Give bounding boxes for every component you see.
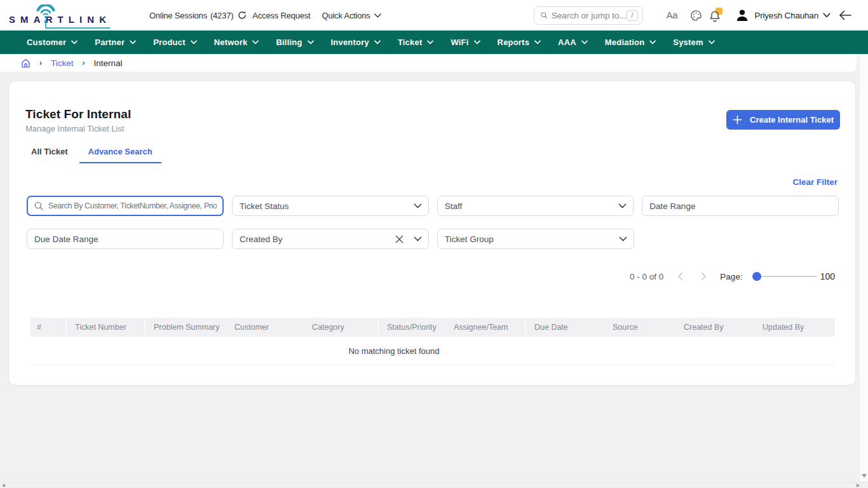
- empty-message: No matching ticket found: [31, 346, 757, 356]
- breadcrumb-separator: ›: [83, 58, 85, 67]
- chevron-down-icon: [474, 40, 480, 44]
- column-header-status-priority[interactable]: Status/Priority: [381, 318, 447, 337]
- theme-palette-icon[interactable]: [690, 10, 702, 22]
- chevron-down-icon: [581, 40, 588, 44]
- created-by-select[interactable]: Created By: [232, 229, 429, 249]
- ticket-status-label: Ticket Status: [240, 201, 410, 211]
- column-header-source[interactable]: Source: [606, 318, 677, 337]
- clear-x-icon[interactable]: [395, 235, 403, 243]
- breadcrumb: › Ticket › Internal: [0, 54, 857, 72]
- chevron-down-icon: [709, 40, 715, 44]
- global-search-placeholder: Search or jump to...: [552, 11, 627, 20]
- horizontal-scrollbar[interactable]: [0, 482, 868, 488]
- font-size-toggle[interactable]: Aa: [667, 10, 678, 20]
- nav-item-label: WiFi: [451, 37, 468, 47]
- breadcrumb-current: Internal: [94, 58, 123, 68]
- global-search-input[interactable]: Search or jump to... /: [534, 6, 643, 25]
- back-arrow-icon[interactable]: [839, 10, 851, 20]
- next-page-button[interactable]: [701, 272, 707, 281]
- nav-item-label: Billing: [276, 37, 302, 47]
- tab-advance-search[interactable]: Advance Search: [79, 147, 161, 163]
- due-date-range-input[interactable]: Due Date Range: [27, 229, 224, 249]
- search-icon: [34, 201, 43, 210]
- nav-item-customer[interactable]: Customer: [27, 37, 78, 47]
- nav-item-inventory[interactable]: Inventory: [331, 37, 381, 47]
- online-sessions[interactable]: Online Sessions (4237): [149, 11, 247, 20]
- pagination: 0 - 0 of 0 Page: 100: [630, 270, 835, 283]
- page-size-slider[interactable]: [752, 272, 817, 281]
- nav-item-label: Ticket: [398, 37, 423, 47]
- bell-icon: [709, 10, 721, 22]
- clear-filter-link[interactable]: Clear Filter: [792, 177, 837, 187]
- breadcrumb-ticket-link[interactable]: Ticket: [51, 58, 74, 68]
- chevron-down-icon: [130, 40, 136, 44]
- filter-panel: Search By Customer, TicketNumber, Assign…: [27, 196, 839, 262]
- column-header-category[interactable]: Category: [306, 318, 381, 337]
- notifications-bell[interactable]: [709, 8, 722, 22]
- staff-select[interactable]: Staff: [437, 196, 634, 216]
- chevron-down-icon: [534, 40, 541, 44]
- tab-bar: All TicketAdvance Search: [22, 147, 836, 163]
- column-header-created-by[interactable]: Created By: [677, 318, 756, 337]
- app-viewport: SMARTLINK Online Sessions (4237) Access …: [0, 0, 868, 488]
- quick-actions-label: Quick Actions: [322, 11, 370, 20]
- column-header-updated-by[interactable]: Updated By: [756, 318, 835, 337]
- create-internal-ticket-button[interactable]: Create Internal Ticket: [726, 110, 840, 130]
- nav-item-product[interactable]: Product: [153, 37, 197, 47]
- column-header-assignee-team[interactable]: Assignee/Team: [447, 318, 528, 337]
- scroll-left-arrow[interactable]: [2, 484, 5, 487]
- ticket-group-label: Ticket Group: [445, 234, 615, 244]
- nav-item-ticket[interactable]: Ticket: [398, 37, 434, 47]
- nav-item-label: Network: [214, 37, 248, 47]
- header-menu: Online Sessions (4237) Access Request Qu…: [149, 0, 381, 30]
- chevron-down-icon: [252, 40, 259, 44]
- table-header-row: #Ticket NumberProblem SummaryCustomerCat…: [31, 318, 835, 337]
- nav-item-mediation[interactable]: Mediation: [605, 37, 656, 47]
- nav-item-label: Product: [153, 37, 186, 47]
- nav-item-partner[interactable]: Partner: [95, 37, 136, 47]
- tab-all-ticket[interactable]: All Ticket: [22, 147, 77, 163]
- nav-item-system[interactable]: System: [673, 37, 714, 47]
- chevron-down-icon: [374, 40, 381, 44]
- chevron-down-icon: [427, 40, 433, 44]
- nav-item-reports[interactable]: Reports: [498, 37, 541, 47]
- quick-actions[interactable]: Quick Actions: [322, 11, 381, 20]
- chevron-down-icon: [191, 40, 197, 44]
- breadcrumb-separator: ›: [39, 58, 42, 67]
- prev-page-button[interactable]: [677, 272, 683, 281]
- nav-item-wifi[interactable]: WiFi: [451, 37, 480, 47]
- plus-icon: [733, 115, 742, 125]
- top-header: SMARTLINK Online Sessions (4237) Access …: [0, 0, 868, 30]
- home-icon[interactable]: [21, 58, 31, 68]
- column-header-customer[interactable]: Customer: [228, 318, 306, 337]
- access-request[interactable]: Access Request: [252, 11, 310, 20]
- due-date-range-label: Due Date Range: [34, 234, 217, 244]
- scroll-right-arrow[interactable]: [857, 484, 860, 487]
- page-subtitle: Manage Internal Ticket List: [25, 124, 124, 133]
- ticket-status-select[interactable]: Ticket Status: [232, 196, 429, 216]
- chevron-down-icon: [823, 13, 831, 18]
- column-header-ticket-number[interactable]: Ticket Number: [69, 318, 147, 337]
- refresh-icon[interactable]: [238, 11, 247, 20]
- smartlink-logo[interactable]: SMARTLINK: [9, 4, 112, 28]
- nav-item-aaa[interactable]: AAA: [558, 37, 588, 47]
- filter-search-input[interactable]: Search By Customer, TicketNumber, Assign…: [27, 196, 224, 216]
- column-header-due-date[interactable]: Due Date: [528, 318, 606, 337]
- slider-thumb[interactable]: [752, 272, 761, 281]
- nav-item-label: System: [673, 37, 703, 47]
- column-header-problem-summary[interactable]: Problem Summary: [147, 318, 228, 337]
- user-menu[interactable]: Priyesh Chauhan: [735, 8, 831, 23]
- main-nav: CustomerPartnerProductNetworkBillingInve…: [0, 30, 868, 54]
- nav-item-billing[interactable]: Billing: [276, 37, 313, 47]
- date-range-input[interactable]: Date Range: [642, 196, 839, 216]
- scroll-down-arrow[interactable]: [862, 474, 867, 478]
- online-sessions-label: Online Sessions: [149, 11, 207, 20]
- date-range-label: Date Range: [649, 201, 832, 211]
- slash-shortcut-badge: /: [627, 10, 638, 21]
- content-card: Ticket For Internal Manage Internal Tick…: [9, 81, 855, 385]
- chevron-down-icon: [619, 236, 627, 241]
- column-header--[interactable]: #: [31, 318, 69, 337]
- vertical-scrollbar[interactable]: [859, 54, 868, 482]
- ticket-group-select[interactable]: Ticket Group: [437, 229, 634, 249]
- nav-item-network[interactable]: Network: [214, 37, 259, 47]
